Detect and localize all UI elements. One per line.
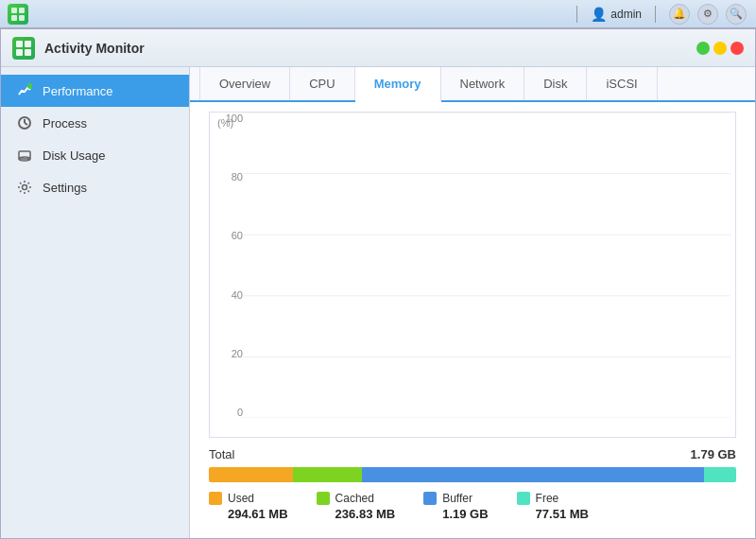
legend-label-used: Used — [228, 492, 254, 505]
username: admin — [610, 8, 642, 21]
sidebar: Performance Process — [1, 67, 190, 538]
legend-label-buffer: Buffer — [442, 492, 472, 505]
search-button[interactable]: 🔍 — [726, 4, 747, 25]
svg-rect-7 — [25, 49, 31, 56]
user-icon: 👤 — [591, 7, 607, 22]
sidebar-label-disk-usage: Disk Usage — [43, 148, 105, 163]
settings-button[interactable]: ⚙ — [697, 4, 718, 25]
settings-icon — [16, 179, 33, 196]
titlebar-app-area — [0, 0, 28, 28]
sidebar-label-performance: Performance — [43, 84, 112, 98]
memory-chart-svg — [243, 113, 730, 418]
legend-color-cached — [317, 492, 330, 505]
total-value: 1.79 GB — [691, 447, 736, 461]
usage-bar — [209, 467, 736, 482]
window-btn-yellow[interactable] — [713, 42, 727, 55]
notification-button[interactable]: 🔔 — [669, 4, 690, 25]
titlebar-right: 👤 admin 🔔 ⚙ 🔍 — [571, 4, 747, 25]
svg-rect-0 — [11, 8, 17, 13]
disk-usage-icon — [16, 147, 33, 164]
taskbar-app-icon[interactable] — [8, 4, 28, 25]
chart-svg-area — [243, 113, 730, 418]
sidebar-label-process: Process — [43, 116, 87, 130]
y-label-40: 40 — [232, 289, 243, 301]
sidebar-item-disk-usage[interactable]: Disk Usage — [1, 139, 189, 171]
legend-value-buffer: 1.19 GB — [423, 507, 488, 521]
legend-used: Used 294.61 MB — [209, 492, 288, 521]
window-btn-green[interactable] — [696, 42, 710, 55]
bar-free — [704, 467, 735, 482]
legend-label-free: Free — [536, 492, 559, 505]
app-header: Activity Monitor — [1, 29, 755, 67]
legend-color-used — [209, 492, 222, 505]
tabs-bar: Overview CPU Memory Network Disk iSCSI — [190, 67, 755, 102]
sidebar-item-process[interactable]: Process — [1, 107, 189, 139]
legend-color-buffer — [423, 492, 437, 505]
svg-rect-4 — [16, 41, 23, 47]
legend-color-free — [517, 492, 530, 505]
app-title: Activity Monitor — [44, 41, 683, 56]
tab-overview[interactable]: Overview — [199, 67, 290, 100]
y-labels: 100 80 60 40 20 0 — [215, 113, 243, 418]
legend-value-cached: 236.83 MB — [317, 507, 396, 521]
sidebar-label-settings: Settings — [43, 181, 87, 195]
content-area: Overview CPU Memory Network Disk iSCSI (… — [190, 67, 755, 538]
y-label-60: 60 — [232, 230, 243, 241]
legend-value-free: 77.51 MB — [517, 507, 589, 521]
y-label-20: 20 — [232, 348, 243, 359]
sidebar-item-settings[interactable]: Settings — [1, 171, 189, 203]
svg-rect-5 — [25, 41, 31, 47]
titlebar: 👤 admin 🔔 ⚙ 🔍 — [0, 0, 756, 28]
legend-free: Free 77.51 MB — [517, 492, 589, 521]
legend-buffer: Buffer 1.19 GB — [423, 492, 488, 521]
bar-cached — [293, 467, 362, 482]
legend-label-cached: Cached — [335, 492, 374, 505]
total-label: Total — [209, 447, 234, 461]
tab-memory[interactable]: Memory — [355, 67, 441, 102]
total-row: Total 1.79 GB — [209, 447, 736, 461]
memory-chart: (%) 100 80 60 40 20 0 — [209, 112, 736, 438]
window-btn-red[interactable] — [730, 42, 744, 55]
tab-disk[interactable]: Disk — [524, 67, 587, 100]
process-icon — [16, 114, 33, 131]
svg-rect-6 — [16, 49, 23, 56]
performance-icon — [16, 82, 33, 99]
main-layout: Performance Process — [1, 67, 755, 538]
legend: Used 294.61 MB Cached 236.83 MB — [209, 492, 736, 521]
sidebar-item-performance[interactable]: Performance — [1, 75, 189, 107]
svg-point-12 — [27, 158, 29, 160]
y-label-100: 100 — [226, 113, 243, 124]
svg-rect-2 — [11, 15, 17, 21]
user-info: 👤 admin — [591, 7, 642, 22]
bar-buffer — [362, 467, 705, 482]
y-label-80: 80 — [232, 171, 243, 183]
app-window: Activity Monitor Performance — [0, 28, 756, 539]
chart-area: (%) 100 80 60 40 20 0 — [190, 102, 755, 538]
app-icon — [12, 37, 35, 60]
legend-value-used: 294.61 MB — [209, 507, 288, 521]
svg-point-13 — [23, 185, 27, 190]
total-section: Total 1.79 GB — [209, 447, 736, 529]
tab-iscsi[interactable]: iSCSI — [587, 67, 657, 100]
legend-cached: Cached 236.83 MB — [317, 492, 396, 521]
svg-rect-3 — [19, 15, 25, 21]
tab-cpu[interactable]: CPU — [290, 67, 354, 100]
bar-used — [209, 467, 293, 482]
tab-network[interactable]: Network — [441, 67, 525, 100]
svg-rect-1 — [19, 8, 25, 13]
